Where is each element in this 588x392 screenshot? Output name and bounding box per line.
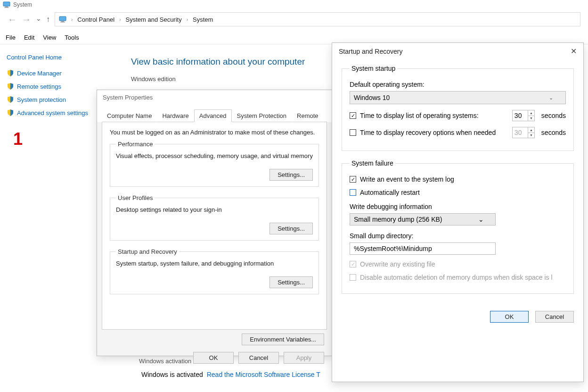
auto-restart-label: Automatically restart xyxy=(360,189,420,196)
chevron-down-icon: ⌄ xyxy=(478,216,484,223)
spinner-up-icon[interactable]: ▲ xyxy=(528,127,534,133)
tab-remote[interactable]: Remote xyxy=(292,109,324,122)
group-legend: System startup xyxy=(350,65,397,72)
crumb-system-security[interactable]: System and Security xyxy=(125,16,181,23)
group-system-failure: System failure ✓ Write an event to the s… xyxy=(342,159,574,294)
back-button[interactable]: ← xyxy=(8,15,17,24)
time-rec-label: Time to display recovery options when ne… xyxy=(360,129,508,136)
menu-file[interactable]: File xyxy=(6,34,16,41)
link-remote-settings[interactable]: Remote settings xyxy=(7,83,106,90)
menu-edit[interactable]: Edit xyxy=(24,34,34,41)
link-device-manager[interactable]: Device Manager xyxy=(7,69,106,77)
window-title: System xyxy=(13,1,32,8)
ok-button[interactable]: OK xyxy=(193,352,234,364)
dialog-footer: OK Cancel Apply xyxy=(97,347,332,368)
annotation-1: 1 xyxy=(13,129,23,149)
spinner-down-icon[interactable]: ▼ xyxy=(528,116,534,121)
overwrite-label: Overwrite any existing file xyxy=(360,260,435,268)
recent-dropdown[interactable]: ⌄ xyxy=(36,15,41,22)
dump-dir-input[interactable] xyxy=(350,242,496,255)
disable-deletion-checkbox xyxy=(350,274,356,281)
tab-system-protection[interactable]: System Protection xyxy=(232,109,292,122)
dialog-footer: OK Cancel xyxy=(332,309,583,328)
dialog-title: Startup and Recovery xyxy=(339,48,402,55)
startup-recovery-dialog: Startup and Recovery ✕ System startup De… xyxy=(332,42,584,382)
chevron-right-icon: › xyxy=(119,17,121,22)
forward-button[interactable]: → xyxy=(22,15,31,24)
time-os-value[interactable] xyxy=(513,110,528,121)
tab-hardware[interactable]: Hardware xyxy=(157,109,194,122)
dump-type-select[interactable]: Small memory dump (256 KB) ⌄ xyxy=(350,213,496,225)
menu-tools[interactable]: Tools xyxy=(65,34,79,41)
user-profiles-settings-button[interactable]: Settings... xyxy=(270,223,313,234)
system-properties-dialog: System Properties Computer Name Hardware… xyxy=(97,90,332,356)
shield-icon xyxy=(7,109,14,117)
activation-status: Windows is activated xyxy=(141,371,203,378)
overwrite-row: ✓ Overwrite any existing file xyxy=(350,260,566,268)
write-debug-label: Write debugging information xyxy=(350,203,566,210)
time-os-spinner[interactable]: ▲▼ xyxy=(512,110,535,121)
select-value: Small memory dump (256 KB) xyxy=(354,216,442,223)
crumb-system[interactable]: System xyxy=(193,16,213,23)
close-icon[interactable]: ✕ xyxy=(571,48,577,55)
spinner-down-icon[interactable]: ▼ xyxy=(528,133,534,138)
startup-recovery-settings-button[interactable]: Settings... xyxy=(270,276,313,288)
select-value: Windows 10 xyxy=(354,94,390,101)
write-event-checkbox[interactable]: ✓ xyxy=(350,176,356,183)
svg-rect-3 xyxy=(59,17,66,21)
time-recovery-checkbox[interactable] xyxy=(350,129,356,136)
up-button[interactable]: ↑ xyxy=(46,16,50,23)
time-rec-unit: seconds xyxy=(541,129,566,136)
overwrite-checkbox: ✓ xyxy=(350,261,356,267)
crumb-control-panel[interactable]: Control Panel xyxy=(77,16,114,23)
group-legend: Startup and Recovery xyxy=(116,248,179,255)
auto-restart-checkbox[interactable] xyxy=(350,189,356,196)
environment-variables-button[interactable]: Environment Variables... xyxy=(242,334,324,345)
svg-rect-0 xyxy=(3,2,10,6)
tab-computer-name[interactable]: Computer Name xyxy=(102,109,157,122)
dialog-title-row: Startup and Recovery ✕ xyxy=(332,43,583,60)
chevron-down-icon: ⌄ xyxy=(549,95,553,101)
nav-toolbar: ← → ⌄ ↑ › Control Panel › System and Sec… xyxy=(0,9,588,31)
link-label: Remote settings xyxy=(17,83,61,90)
cancel-button[interactable]: Cancel xyxy=(238,352,279,364)
auto-restart-row: Automatically restart xyxy=(350,189,566,196)
cancel-button[interactable]: Cancel xyxy=(535,311,574,323)
default-os-label: Default operating system: xyxy=(350,81,566,88)
time-os-unit: seconds xyxy=(541,112,566,119)
group-system-startup: System startup Default operating system:… xyxy=(342,65,574,151)
license-terms-link[interactable]: Read the Microsoft Software License T xyxy=(207,371,320,378)
time-os-row: ✓ Time to display list of operating syst… xyxy=(350,110,566,121)
default-os-select[interactable]: Windows 10 ⌄ xyxy=(350,91,566,104)
time-os-label: Time to display list of operating system… xyxy=(360,112,508,119)
monitor-icon xyxy=(3,1,10,8)
dialog-title: System Properties xyxy=(97,90,332,105)
group-performance: Performance Visual effects, processor sc… xyxy=(110,141,319,187)
group-desc: Visual effects, processor scheduling, me… xyxy=(116,152,313,159)
time-rec-value[interactable] xyxy=(513,127,528,138)
apply-button[interactable]: Apply xyxy=(284,352,324,364)
menu-view[interactable]: View xyxy=(43,34,56,41)
group-desc: Desktop settings related to your sign-in xyxy=(116,206,313,213)
spinner-up-icon[interactable]: ▲ xyxy=(528,110,534,116)
group-desc: System startup, system failure, and debu… xyxy=(116,260,313,267)
ok-button[interactable]: OK xyxy=(490,311,529,323)
disable-deletion-label: Disable automatic deletion of memory dum… xyxy=(360,274,553,281)
left-nav: Control Panel Home Device Manager Remote… xyxy=(0,44,113,132)
tab-advanced[interactable]: Advanced xyxy=(194,109,232,122)
time-rec-row: Time to display recovery options when ne… xyxy=(350,127,566,138)
group-legend: User Profiles xyxy=(116,194,155,201)
performance-settings-button[interactable]: Settings... xyxy=(270,169,313,181)
time-rec-spinner[interactable]: ▲▼ xyxy=(512,127,535,138)
shield-icon xyxy=(7,69,14,77)
link-system-protection[interactable]: System protection xyxy=(7,96,106,103)
time-os-checkbox[interactable]: ✓ xyxy=(350,112,356,119)
link-advanced-system-settings[interactable]: Advanced system settings xyxy=(7,109,106,117)
breadcrumb-box[interactable]: › Control Panel › System and Security › … xyxy=(55,12,580,26)
group-legend: System failure xyxy=(350,159,395,167)
svg-rect-5 xyxy=(60,22,65,23)
control-panel-home-link[interactable]: Control Panel Home xyxy=(7,54,106,61)
link-label: Device Manager xyxy=(17,70,62,77)
group-user-profiles: User Profiles Desktop settings related t… xyxy=(110,194,319,241)
activation-row: Windows is activated Read the Microsoft … xyxy=(141,371,320,378)
